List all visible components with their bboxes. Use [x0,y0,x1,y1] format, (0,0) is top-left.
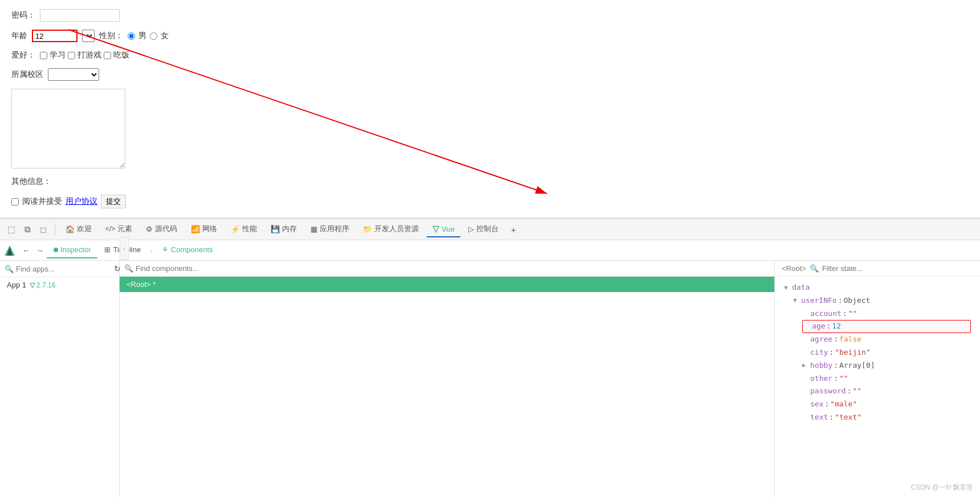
separator-1 [55,224,55,235]
hobby-tree-row: ▶ hobby : Array[0] [802,359,971,372]
tab-separator: › [148,246,155,255]
find-apps-input[interactable] [16,265,112,273]
hobby-type: Array[0] [839,360,875,372]
vue-version-icon: ▽ [30,281,35,289]
userinfo-colon: : [838,295,843,307]
text-row: ▶ text : "text" [802,411,971,424]
text-colon: : [829,412,834,424]
agree-checkbox[interactable] [11,198,19,206]
data-root-row: ▼ data [784,281,971,294]
find-components-search-icon: 🔍 [124,264,133,273]
tab-vue[interactable]: ▽ Vue [427,221,460,237]
city-row: ▶ city : "beijin" [802,346,971,359]
devtools-topbar: ⬚ ⧉ □ 🏠 欢迎 </> 元素 ⚙ 源代码 📶 网络 ⚡ 性能 💾 内存 [0,219,980,240]
age-colon: : [826,321,831,332]
tab-performance[interactable]: ⚡ 性能 [225,221,263,237]
hobby-game-checkbox[interactable] [68,52,75,59]
agree-value: false [839,334,861,346]
more-icon[interactable]: □ [36,223,50,236]
agree-label: 阅读并接受 [22,196,62,207]
tab-network[interactable]: 📶 网络 [185,221,223,237]
data-toggle[interactable]: ▼ [784,283,792,293]
textarea-row [11,89,969,169]
hobby-eat-label: 吃饭 [113,50,129,60]
hobby-toggle[interactable]: ▶ [802,360,810,371]
agree-row: ▶ agree : false [802,333,971,346]
forward-button[interactable]: → [33,244,47,257]
age-input[interactable] [32,30,77,42]
agree-colon: : [834,334,838,346]
root-item[interactable]: <Root> * [120,277,774,292]
other-row: ▶ other : "" [802,372,971,385]
campus-row: 所属校区 [11,68,969,81]
inspect-icon[interactable]: ⬚ [5,223,18,236]
gender-male-radio[interactable] [128,32,135,40]
find-components-input[interactable] [136,264,770,273]
tab-application[interactable]: ▦ 应用程序 [305,221,355,237]
userinfo-row: ▼ userINFo : Object [793,294,971,307]
device-icon[interactable]: ⧉ [21,223,34,236]
userinfo-toggle[interactable]: ▼ [793,295,801,306]
network-icon: 📶 [191,225,200,233]
app-item[interactable]: App 1 ▽ 2.7.16 [0,277,119,293]
other-key: other [810,373,832,385]
tab-devresources[interactable]: 📁 开发人员资源 [357,221,424,237]
campus-select[interactable] [48,68,99,81]
password-row: 密码： [11,9,969,22]
password-value: "" [852,385,861,397]
vue-tab-components[interactable]: ⚘ Components [155,242,220,258]
age-gender-row: 年龄 性别： 男 女 [11,30,969,42]
back-button[interactable]: ← [19,244,33,257]
hobby-study-label: 学习 [50,50,66,60]
vue-version-text: 2.7.16 [36,281,55,289]
tab-sources[interactable]: ⚙ 源代码 [140,221,183,237]
age-select[interactable] [82,30,95,42]
app-name: App 1 [7,281,26,289]
hobby-eat-checkbox[interactable] [104,52,111,59]
text-value: "text" [835,412,861,424]
console-label: 控制台 [476,224,499,234]
account-value: "" [848,308,858,320]
vue-tab-icon: ▽ [432,224,439,234]
vue-tab-inspector[interactable]: Inspector [47,242,97,258]
application-icon: ▦ [311,225,317,233]
age-value: 12 [832,321,841,332]
hobby-study-checkbox[interactable] [40,52,47,59]
other-textarea[interactable] [11,89,125,169]
add-tab-icon[interactable]: + [507,223,520,236]
root-tag-label: <Root> * [126,280,156,289]
inspector-label: Inspector [60,245,91,254]
other-info-row: 其他信息： [11,176,969,187]
campus-label: 所属校区 [11,69,43,80]
welcome-label: 欢迎 [77,224,92,234]
inspector-dot [54,248,58,252]
elements-icon: </> [105,225,115,233]
submit-button[interactable]: 提交 [101,195,126,208]
devresources-label: 开发人员资源 [374,224,419,234]
sex-row: ▶ sex : "male" [802,398,971,411]
city-value: "beijin" [835,347,871,359]
filter-state-input[interactable] [822,264,973,273]
panel-collapse-handle[interactable]: ‹ [120,237,129,260]
gender-group: 男 女 [128,31,169,41]
gender-label: 性别： [99,31,123,41]
csdn-watermark: CSDN @一叶飘零晋 [910,483,973,492]
gender-female-radio[interactable] [150,32,157,40]
agreement-link[interactable]: 用户协议 [66,196,97,207]
password-tree-key: password [810,385,846,397]
sources-label: 源代码 [155,224,177,234]
userinfo-type: Object [843,295,870,307]
userinfo-key: userINFo [801,295,837,307]
sex-value: "male" [830,399,857,410]
hobby-label: 爱好： [11,50,35,60]
password-input[interactable] [40,9,120,22]
tab-elements[interactable]: </> 元素 [100,221,138,237]
tab-welcome[interactable]: 🏠 欢迎 [60,221,97,237]
age-key: age [812,321,825,332]
tab-console[interactable]: ▷ 控制台 [463,221,504,237]
devtools-content: 🔍 ↻ App 1 ▽ 2.7.16 🔍 <Root> * [0,261,980,497]
right-panel: <Root> 🔍 ▼ data ▼ userINFo : Object [775,261,980,497]
tab-memory[interactable]: 💾 内存 [265,221,303,237]
data-key: data [792,282,810,294]
text-key: text [810,412,828,424]
